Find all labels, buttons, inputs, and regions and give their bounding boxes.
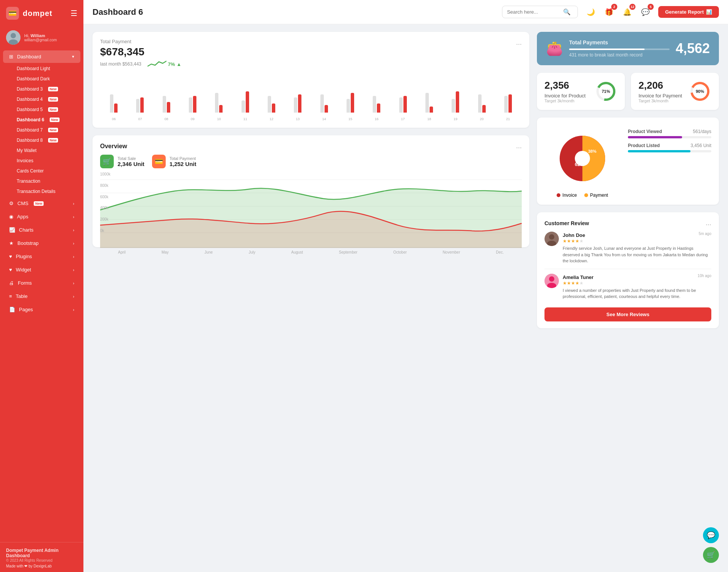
review-body-1: John Doe 5m ago ★★★★★ Friendly service J… xyxy=(563,232,711,264)
total-payment-overview-value: 1,252 Unit xyxy=(169,161,196,167)
bar-pair xyxy=(110,94,118,113)
hamburger-icon[interactable]: ☰ xyxy=(71,9,77,18)
bar-pair xyxy=(242,91,249,113)
payment-progress-bar xyxy=(569,49,670,50)
invoice-payment-donut: 90% xyxy=(689,80,711,103)
bar-group xyxy=(207,93,231,113)
review-more-button[interactable]: ... xyxy=(706,219,711,227)
chevron-right-icon: › xyxy=(73,228,74,232)
user-info: Hi, William william@gmail.com xyxy=(24,33,57,42)
invoice-cards-row: 2,356 Invoice for Product Target 3k/mont… xyxy=(537,73,719,110)
widget-icon: ♥ xyxy=(9,267,12,273)
sidebar-item-dashboard-4[interactable]: Dashboard 4 New xyxy=(11,94,80,104)
bar-gray xyxy=(268,96,271,113)
svg-point-1 xyxy=(11,33,16,38)
overview-more-button[interactable]: ... xyxy=(516,142,522,150)
sidebar: 💳 dompet ☰ Hi, William william@gmail.com… xyxy=(0,0,83,572)
cart-icon: 🛒 xyxy=(707,551,715,559)
sidebar-logo-area: 💳 dompet ☰ xyxy=(0,0,83,27)
review-stars-2: ★★★★★ xyxy=(563,281,711,286)
sidebar-item-dashboard-dark[interactable]: Dashboard Dark xyxy=(11,74,80,84)
support-icon: 💬 xyxy=(707,531,715,539)
sidebar-item-plugins[interactable]: ♥ Plugins › xyxy=(3,250,80,263)
review-item-1: John Doe 5m ago ★★★★★ Friendly service J… xyxy=(544,232,711,264)
sidebar-item-forms[interactable]: 🖨 Forms › xyxy=(3,277,80,289)
bar-group xyxy=(259,96,284,113)
bar-pair xyxy=(215,93,223,113)
sidebar-item-dashboard-6[interactable]: Dashboard 6 New xyxy=(11,115,80,125)
sidebar-item-bootstrap[interactable]: ★ Bootstrap › xyxy=(3,237,80,249)
sidebar-item-cards-center[interactable]: Cards Center xyxy=(11,166,80,176)
blue-card-info: Total Payments 431 more to break last mo… xyxy=(569,39,670,58)
fab-cart-button[interactable]: 🛒 xyxy=(703,547,719,563)
sidebar-item-apps[interactable]: ◉ Apps › xyxy=(3,210,80,223)
generate-report-button[interactable]: Generate Report 📊 xyxy=(658,6,719,18)
bar-pair xyxy=(425,93,433,113)
pages-icon: 📄 xyxy=(9,307,15,312)
bar-chart xyxy=(100,75,522,113)
bar-gray xyxy=(136,99,140,113)
bar-red xyxy=(219,105,223,113)
sidebar-item-cms[interactable]: ⚙ CMS New › xyxy=(3,197,80,210)
invoice-payment-number: 2,206 xyxy=(639,80,682,91)
chevron-right-icon: › xyxy=(73,254,74,259)
sidebar-item-dashboard-5[interactable]: Dashboard 5 New xyxy=(11,105,80,114)
bar-gray xyxy=(320,94,324,113)
moon-button[interactable]: 🌙 xyxy=(584,5,598,19)
total-payments-subtitle: 431 more to break last month record xyxy=(569,52,670,58)
new-badge: New xyxy=(48,87,58,91)
search-input[interactable] xyxy=(507,9,560,15)
sidebar-item-dashboard[interactable]: ⊞ Dashboard ▾ xyxy=(3,50,80,63)
new-badge: New xyxy=(48,128,58,132)
sidebar-item-dashboard-8[interactable]: Dashboard 8 New xyxy=(11,135,80,145)
user-email: william@gmail.com xyxy=(24,38,57,42)
overview-card: Overview ... 🛒 Total Sale 2,346 Unit 💳 xyxy=(93,135,529,247)
review-avatar-1 xyxy=(544,232,559,246)
payment-progress-fill xyxy=(569,49,645,50)
bar-pair xyxy=(373,96,380,113)
sidebar-item-widget[interactable]: ♥ Widget › xyxy=(3,263,80,276)
bar-pair xyxy=(452,91,459,113)
product-listed-fill xyxy=(628,150,690,152)
sidebar-item-dashboard-7[interactable]: Dashboard 7 New xyxy=(11,125,80,135)
chevron-right-icon: › xyxy=(73,201,74,206)
product-stats: Product Viewed 561/days Product Listed xyxy=(628,129,711,152)
search-box[interactable]: 🔍 xyxy=(502,6,578,18)
sidebar-item-invoices[interactable]: Invoices xyxy=(11,156,80,166)
bar-gray xyxy=(163,96,166,113)
content-area: Total Payment $678,345 last month $563,4… xyxy=(83,24,728,572)
bell-badge: 12 xyxy=(629,4,635,10)
bar-group xyxy=(102,94,126,113)
main-area: Dashboard 6 🔍 🌙 🎁 2 🔔 12 💬 5 Generate R xyxy=(83,0,728,572)
sidebar-item-pages[interactable]: 📄 Pages › xyxy=(3,303,80,316)
invoice-payment-target: Target 3k/month xyxy=(639,99,682,103)
logo-text: dompet xyxy=(23,9,52,18)
bar-group xyxy=(443,91,468,113)
gift-button[interactable]: 🎁 2 xyxy=(602,5,616,19)
see-more-reviews-button[interactable]: See More Reviews xyxy=(544,307,711,321)
more-options-button[interactable]: ... xyxy=(516,39,522,47)
bar-group xyxy=(128,97,152,113)
bar-group xyxy=(286,94,310,113)
pie-stats-card: 62% 38% Invoice Payment xyxy=(537,118,719,205)
bar-group xyxy=(469,94,494,113)
fab-support-button[interactable]: 💬 xyxy=(703,527,719,543)
sidebar-item-transaction[interactable]: Transaction xyxy=(11,176,80,186)
sidebar-item-my-wallet[interactable]: My Wallet xyxy=(11,146,80,155)
bar-group xyxy=(496,94,520,113)
bell-button[interactable]: 🔔 12 xyxy=(620,5,634,19)
bar-gray xyxy=(110,94,113,113)
sidebar-item-table[interactable]: ≡ Table › xyxy=(3,290,80,302)
bar-group xyxy=(417,93,441,113)
sidebar-item-dashboard-3[interactable]: Dashboard 3 New xyxy=(11,84,80,94)
chat-button[interactable]: 💬 5 xyxy=(639,5,652,19)
sidebar-item-charts[interactable]: 📈 Charts › xyxy=(3,224,80,236)
sidebar-item-dashboard-light[interactable]: Dashboard Light xyxy=(11,64,80,74)
bar-red xyxy=(482,105,486,113)
bar-group xyxy=(338,93,362,113)
total-payment-amount: $678,345 xyxy=(100,46,181,58)
review-avatar-2 xyxy=(544,274,559,288)
sidebar-item-transaction-details[interactable]: Transaction Details xyxy=(11,186,80,196)
chevron-right-icon: › xyxy=(73,307,74,312)
total-payment-card: Total Payment $678,345 last month $563,4… xyxy=(93,32,529,128)
